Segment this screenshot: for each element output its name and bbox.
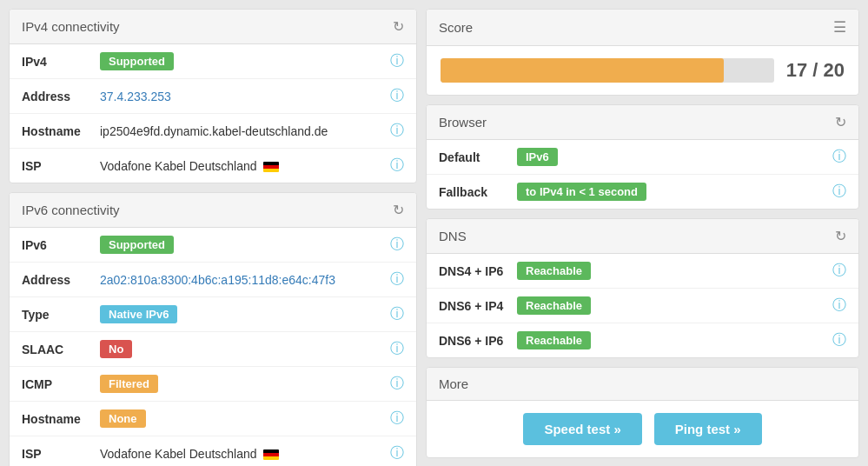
ipv4-status-help-icon[interactable]: ⓘ	[390, 52, 404, 70]
ipv6-icmp-badge: Filtered	[100, 375, 158, 393]
ipv6-slaac-label: SLAAC	[22, 343, 100, 356]
browser-body: Default IPv6 ⓘ Fallback to IPv4 in < 1 s…	[427, 140, 858, 209]
ping-test-button[interactable]: Ping test »	[654, 413, 762, 445]
browser-default-help-icon[interactable]: ⓘ	[832, 148, 846, 166]
ipv6-title: IPv6 connectivity	[22, 203, 120, 217]
main-layout: IPv4 connectivity ↻ IPv4 Supported ⓘ Add…	[9, 9, 859, 466]
left-column: IPv4 connectivity ↻ IPv4 Supported ⓘ Add…	[9, 9, 417, 466]
ipv6-hostname-row: Hostname None ⓘ	[10, 402, 416, 436]
ipv6-body: IPv6 Supported ⓘ Address 2a02:810a:8300:…	[10, 228, 416, 466]
dns6-ip4-value: Reachable	[517, 296, 825, 315]
browser-title: Browser	[439, 115, 487, 130]
ipv4-address-value[interactable]: 37.4.233.253	[100, 90, 383, 103]
browser-default-label: Default	[439, 150, 517, 164]
ipv4-address-help-icon[interactable]: ⓘ	[390, 87, 404, 105]
ipv6-status-help-icon[interactable]: ⓘ	[390, 236, 404, 254]
ipv4-isp-label: ISP	[22, 159, 100, 173]
ipv4-body: IPv4 Supported ⓘ Address 37.4.233.253 ⓘ …	[10, 44, 416, 183]
browser-fallback-value: to IPv4 in < 1 second	[517, 183, 825, 201]
browser-default-row: Default IPv6 ⓘ	[427, 140, 858, 175]
ipv6-status-label: IPv6	[22, 238, 100, 252]
ipv6-icmp-label: ICMP	[22, 377, 100, 391]
dns6-ip6-row: DNS6 + IP6 Reachable ⓘ	[427, 323, 858, 357]
dns6-ip6-value: Reachable	[517, 331, 825, 350]
score-bar-fill	[441, 58, 724, 83]
dns-card: DNS ↻ DNS4 + IP6 Reachable ⓘ DNS6 + IP4 …	[426, 218, 859, 358]
ipv6-status-row: IPv6 Supported ⓘ	[10, 228, 416, 263]
right-column: Score ☰ 17 / 20 Browser ↻ Default IPv6	[426, 9, 859, 466]
dns6-ip6-badge: Reachable	[517, 331, 591, 350]
dns6-ip6-label: DNS6 + IP6	[439, 334, 517, 348]
ipv6-address-value[interactable]: 2a02:810a:8300:4b6c:a195:11d8:e64c:47f3	[100, 273, 383, 287]
ipv4-refresh-icon[interactable]: ↻	[393, 18, 404, 35]
more-title: More	[439, 376, 468, 391]
ipv6-type-help-icon[interactable]: ⓘ	[390, 305, 404, 323]
ipv4-address-label: Address	[22, 90, 100, 103]
browser-default-badge: IPv6	[517, 148, 558, 166]
speed-test-button[interactable]: Speed test »	[523, 413, 641, 445]
ipv6-icmp-value: Filtered	[100, 375, 383, 393]
ipv4-hostname-help-icon[interactable]: ⓘ	[390, 122, 404, 140]
ipv6-icmp-help-icon[interactable]: ⓘ	[390, 375, 404, 393]
dns4-ip6-help-icon[interactable]: ⓘ	[832, 262, 846, 280]
dns6-ip6-help-icon[interactable]: ⓘ	[832, 331, 846, 350]
ipv6-hostname-value: None	[100, 409, 383, 428]
more-body: Speed test » Ping test »	[427, 401, 858, 457]
ipv4-isp-help-icon[interactable]: ⓘ	[390, 156, 404, 175]
dns-header: DNS ↻	[427, 219, 858, 254]
score-bar-track	[441, 58, 774, 83]
score-header: Score ☰	[427, 10, 858, 46]
ipv4-status-value: Supported	[100, 52, 383, 70]
ipv6-address-help-icon[interactable]: ⓘ	[390, 270, 404, 289]
ipv6-type-value: Native IPv6	[100, 305, 383, 323]
browser-header: Browser ↻	[427, 105, 858, 140]
ipv6-type-label: Type	[22, 308, 100, 322]
ipv4-supported-badge: Supported	[100, 52, 174, 70]
ipv6-header: IPv6 connectivity ↻	[10, 193, 416, 228]
browser-fallback-row: Fallback to IPv4 in < 1 second ⓘ	[427, 175, 858, 209]
dns4-ip6-row: DNS4 + IP6 Reachable ⓘ	[427, 254, 858, 289]
score-value: 17 / 20	[786, 59, 845, 82]
ipv6-hostname-label: Hostname	[22, 412, 100, 426]
ipv6-isp-row: ISP Vodafone Kabel Deutschland ⓘ	[10, 436, 416, 466]
ipv6-supported-badge: Supported	[100, 236, 174, 254]
ipv6-isp-flag	[263, 449, 279, 460]
ipv6-slaac-row: SLAAC No ⓘ	[10, 332, 416, 367]
ipv4-status-row: IPv4 Supported ⓘ	[10, 44, 416, 79]
ipv6-address-row: Address 2a02:810a:8300:4b6c:a195:11d8:e6…	[10, 263, 416, 297]
ipv6-hostname-badge: None	[100, 409, 146, 428]
ipv6-slaac-help-icon[interactable]: ⓘ	[390, 340, 404, 358]
score-title: Score	[439, 20, 473, 35]
ipv6-address-label: Address	[22, 273, 100, 287]
dns6-ip4-help-icon[interactable]: ⓘ	[832, 296, 846, 315]
ipv4-hostname-label: Hostname	[22, 124, 100, 138]
ipv4-address-row: Address 37.4.233.253 ⓘ	[10, 79, 416, 114]
score-card: Score ☰ 17 / 20	[426, 9, 859, 96]
browser-fallback-label: Fallback	[439, 185, 517, 199]
ipv4-status-label: IPv4	[22, 55, 100, 69]
ipv6-card: IPv6 connectivity ↻ IPv6 Supported ⓘ Add…	[9, 192, 417, 466]
browser-refresh-icon[interactable]: ↻	[835, 114, 846, 130]
ipv4-hostname-value: ip2504e9fd.dynamic.kabel-deutschland.de	[100, 124, 383, 138]
ipv6-hostname-help-icon[interactable]: ⓘ	[390, 409, 404, 428]
dns-body: DNS4 + IP6 Reachable ⓘ DNS6 + IP4 Reacha…	[427, 254, 858, 357]
ipv4-title: IPv4 connectivity	[22, 19, 120, 34]
ipv4-hostname-row: Hostname ip2504e9fd.dynamic.kabel-deutsc…	[10, 114, 416, 149]
ipv6-refresh-icon[interactable]: ↻	[393, 202, 404, 218]
ipv6-status-value: Supported	[100, 236, 383, 254]
ipv6-isp-help-icon[interactable]: ⓘ	[390, 444, 404, 463]
ipv6-type-row: Type Native IPv6 ⓘ	[10, 297, 416, 332]
browser-fallback-badge: to IPv4 in < 1 second	[517, 183, 646, 201]
score-body: 17 / 20	[427, 46, 858, 95]
ipv4-isp-row: ISP Vodafone Kabel Deutschland ⓘ	[10, 149, 416, 183]
dns6-ip4-row: DNS6 + IP4 Reachable ⓘ	[427, 289, 858, 323]
dns4-ip6-value: Reachable	[517, 262, 825, 280]
dns6-ip4-label: DNS6 + IP4	[439, 299, 517, 313]
dns4-ip6-badge: Reachable	[517, 262, 591, 280]
browser-fallback-help-icon[interactable]: ⓘ	[832, 183, 846, 201]
browser-card: Browser ↻ Default IPv6 ⓘ Fallback to IPv…	[426, 104, 859, 210]
ipv4-isp-flag	[263, 162, 279, 172]
score-list-icon[interactable]: ☰	[833, 18, 846, 37]
dns-refresh-icon[interactable]: ↻	[835, 228, 846, 244]
ipv6-icmp-row: ICMP Filtered ⓘ	[10, 367, 416, 402]
